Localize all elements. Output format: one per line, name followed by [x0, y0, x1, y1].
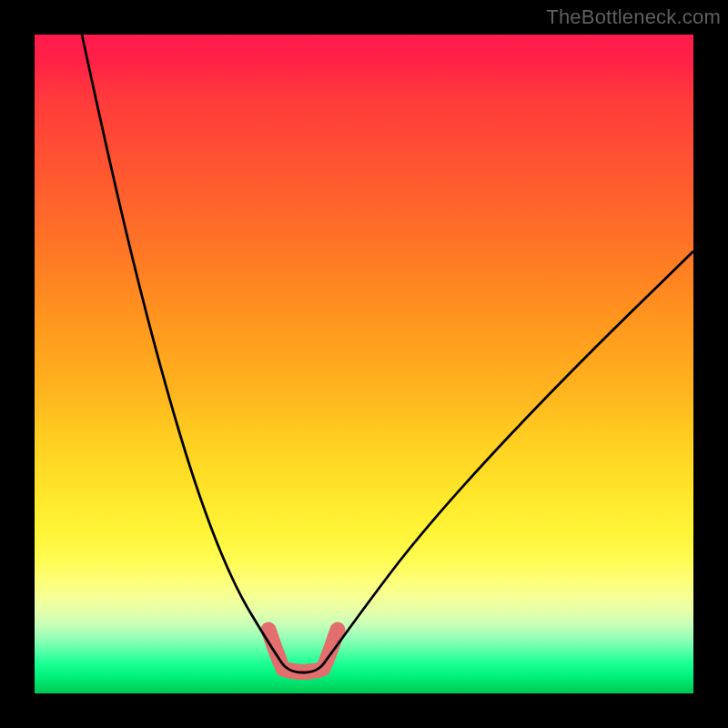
bottleneck-curve: [82, 35, 693, 672]
watermark-text: TheBottleneck.com: [546, 5, 721, 29]
curve-left-branch: [82, 35, 280, 661]
curve-right-branch: [326, 251, 693, 661]
plot-area: [35, 35, 693, 693]
valley-marker-group: [268, 630, 338, 672]
curve-overlay: [35, 35, 693, 693]
chart-frame: TheBottleneck.com: [0, 0, 728, 728]
